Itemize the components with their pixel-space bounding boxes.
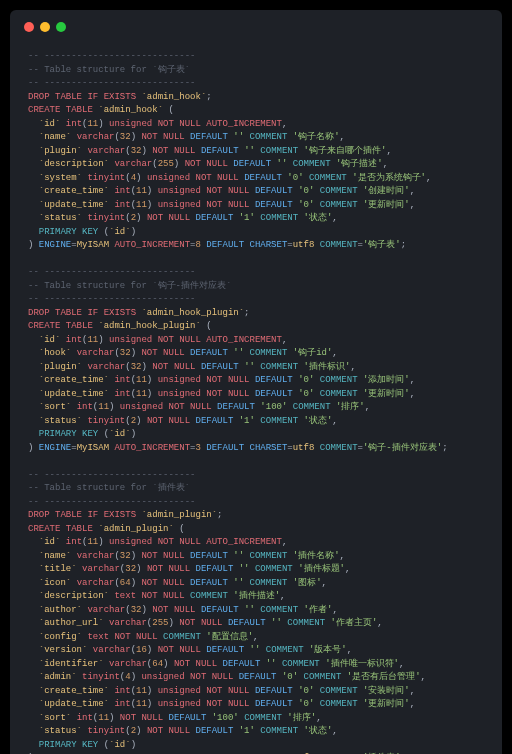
code-line: `update_time` int(11) unsigned NOT NULL … [28, 698, 484, 712]
comment-line: -- Table structure for `钩子-插件对应表` [28, 280, 484, 294]
code-line: `author` varchar(32) NOT NULL DEFAULT ''… [28, 604, 484, 618]
comment-line: -- ---------------------------- [28, 469, 484, 483]
comment-line: -- ---------------------------- [28, 50, 484, 64]
code-line: DROP TABLE IF EXISTS `admin_hook_plugin`… [28, 307, 484, 321]
code-line: `update_time` int(11) unsigned NOT NULL … [28, 199, 484, 213]
code-line: ) ENGINE=MyISAM AUTO_INCREMENT=8 DEFAULT… [28, 239, 484, 253]
code-line: `admin` tinyint(4) unsigned NOT NULL DEF… [28, 671, 484, 685]
code-line: `create_time` int(11) unsigned NOT NULL … [28, 685, 484, 699]
code-line: `name` varchar(32) NOT NULL DEFAULT '' C… [28, 550, 484, 564]
close-icon[interactable] [24, 22, 34, 32]
code-line: `description` text NOT NULL COMMENT '插件描… [28, 590, 484, 604]
code-line: `name` varchar(32) NOT NULL DEFAULT '' C… [28, 131, 484, 145]
code-line: `icon` varchar(64) NOT NULL DEFAULT '' C… [28, 577, 484, 591]
comment-line: -- ---------------------------- [28, 77, 484, 91]
titlebar [10, 10, 502, 40]
code-line: `hook` varchar(32) NOT NULL DEFAULT '' C… [28, 347, 484, 361]
zoom-icon[interactable] [56, 22, 66, 32]
code-line: `status` tinyint(2) NOT NULL DEFAULT '1'… [28, 212, 484, 226]
code-line: `author_url` varchar(255) NOT NULL DEFAU… [28, 617, 484, 631]
comment-line: -- Table structure for `插件表` [28, 482, 484, 496]
code-line: DROP TABLE IF EXISTS `admin_hook`; [28, 91, 484, 105]
code-line: `id` int(11) unsigned NOT NULL AUTO_INCR… [28, 118, 484, 132]
code-line: DROP TABLE IF EXISTS `admin_plugin`; [28, 509, 484, 523]
code-line: CREATE TABLE `admin_hook` ( [28, 104, 484, 118]
code-line: `create_time` int(11) unsigned NOT NULL … [28, 374, 484, 388]
code-line: `create_time` int(11) unsigned NOT NULL … [28, 185, 484, 199]
minimize-icon[interactable] [40, 22, 50, 32]
code-line: `status` tinyint(2) NOT NULL DEFAULT '1'… [28, 415, 484, 429]
code-line: CREATE TABLE `admin_plugin` ( [28, 523, 484, 537]
code-line: CREATE TABLE `admin_hook_plugin` ( [28, 320, 484, 334]
code-line: `id` int(11) unsigned NOT NULL AUTO_INCR… [28, 334, 484, 348]
code-line: `sort` int(11) NOT NULL DEFAULT '100' CO… [28, 712, 484, 726]
code-line: `status` tinyint(2) NOT NULL DEFAULT '1'… [28, 725, 484, 739]
comment-line: -- ---------------------------- [28, 266, 484, 280]
code-editor[interactable]: -- ---------------------------- -- Table… [10, 40, 502, 754]
comment-line: -- Table structure for `钩子表` [28, 64, 484, 78]
code-line: `title` varchar(32) NOT NULL DEFAULT '' … [28, 563, 484, 577]
comment-line: -- ---------------------------- [28, 293, 484, 307]
terminal-window: -- ---------------------------- -- Table… [10, 10, 502, 754]
code-line: `system` tinyint(4) unsigned NOT NULL DE… [28, 172, 484, 186]
code-line: PRIMARY KEY (`id`) [28, 739, 484, 753]
code-line: `id` int(11) unsigned NOT NULL AUTO_INCR… [28, 536, 484, 550]
comment-line: -- ---------------------------- [28, 496, 484, 510]
code-line: `update_time` int(11) unsigned NOT NULL … [28, 388, 484, 402]
code-line: PRIMARY KEY (`id`) [28, 226, 484, 240]
code-line: `plugin` varchar(32) NOT NULL DEFAULT ''… [28, 361, 484, 375]
code-line: `plugin` varchar(32) NOT NULL DEFAULT ''… [28, 145, 484, 159]
code-line: ) ENGINE=MyISAM AUTO_INCREMENT=3 DEFAULT… [28, 442, 484, 456]
code-line: PRIMARY KEY (`id`) [28, 428, 484, 442]
code-line: `description` varchar(255) NOT NULL DEFA… [28, 158, 484, 172]
code-line: `identifier` varchar(64) NOT NULL DEFAUL… [28, 658, 484, 672]
code-line: `version` varchar(16) NOT NULL DEFAULT '… [28, 644, 484, 658]
code-line: `sort` int(11) unsigned NOT NULL DEFAULT… [28, 401, 484, 415]
code-line: `config` text NOT NULL COMMENT '配置信息', [28, 631, 484, 645]
